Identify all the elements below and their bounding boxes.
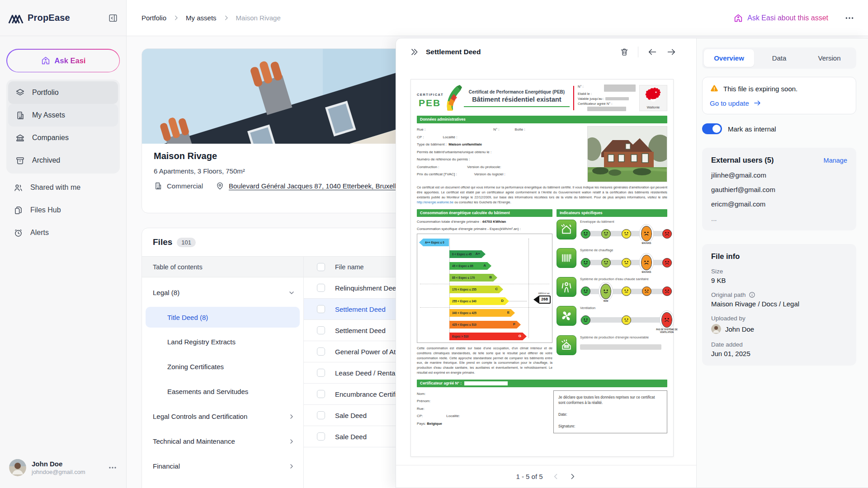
- next-file-arrow-icon[interactable]: [666, 47, 676, 57]
- pagination-label: 1 - 5 of 5: [516, 473, 542, 480]
- warning-icon: [710, 84, 719, 93]
- toc-item-legal[interactable]: Legal (8): [142, 280, 303, 305]
- pagination-next-icon[interactable]: [569, 473, 576, 480]
- mark-internal-toggle[interactable]: [702, 123, 722, 134]
- sidebar-item-shared-with-me[interactable]: Shared with me: [6, 176, 120, 199]
- doc-section-consumption: Consommation énergétique calculée du bât…: [417, 209, 552, 217]
- collapse-sidebar-icon[interactable]: [108, 13, 118, 23]
- building-small-icon: [154, 182, 162, 190]
- profile-more-icon[interactable]: [108, 463, 117, 472]
- doc-section-indicators: Indicateurs spécifiques: [557, 209, 667, 217]
- row-checkbox[interactable]: [317, 411, 325, 419]
- sidebar-item-label: Portfolio: [32, 89, 59, 97]
- tab-data[interactable]: Data: [754, 49, 804, 67]
- shower-icon: [557, 277, 576, 297]
- toc-item-zoning[interactable]: Zoning Certificates: [142, 354, 303, 379]
- ask-easi-button[interactable]: Ask Easi: [6, 49, 120, 72]
- sidebar-item-my-assets[interactable]: My Assets: [8, 104, 118, 127]
- certificat-peb-logo: CERTIFICAT PEB: [417, 84, 460, 112]
- breadcrumb-portfolio[interactable]: Portfolio: [142, 14, 166, 22]
- go-to-update-link[interactable]: Go to update: [710, 99, 849, 107]
- arrow-right-icon: [753, 99, 761, 107]
- map-pin-icon: [216, 182, 224, 190]
- path-label: Original path: [711, 291, 746, 298]
- top-bar: Portfolio My assets Maison Rivage Ask Ea…: [127, 0, 868, 36]
- sidebar-item-companies[interactable]: Companies: [8, 127, 118, 149]
- toc-item-land-registry[interactable]: Land Registry Extracts: [142, 329, 303, 354]
- tab-overview[interactable]: Overview: [704, 49, 754, 67]
- file-preview-drawer: Settlement Deed CERTIFICAT PEB: [396, 38, 868, 488]
- external-user-email: jilinhe@gmail.com: [711, 171, 847, 179]
- tab-version[interactable]: Version: [804, 49, 854, 67]
- profile-name: John Doe: [32, 460, 85, 469]
- pagination-prev-icon[interactable]: [552, 473, 560, 480]
- doc-declaration-box: Je déclare que toutes les données repris…: [553, 390, 667, 434]
- select-all-checkbox[interactable]: [317, 263, 325, 271]
- preview-title: Settlement Deed: [426, 48, 481, 56]
- toc-item-easements[interactable]: Easements and Servitudes: [142, 379, 303, 404]
- ask-easi-asset-label: Ask Easi about this asset: [747, 14, 828, 22]
- sidebar-item-files-hub[interactable]: Files Hub: [6, 199, 120, 221]
- row-checkbox[interactable]: [317, 305, 325, 313]
- redacted-bar: [580, 344, 661, 350]
- file-name-header: File name: [335, 263, 364, 271]
- sidebar-item-label: My Assets: [32, 111, 65, 119]
- external-user-email: ericm@gmail.com: [711, 200, 847, 208]
- trash-icon[interactable]: [620, 47, 629, 56]
- sidebar-item-alerts[interactable]: Alerts: [6, 221, 120, 244]
- peb-certificate-document: CERTIFICAT PEB Certificat de Performance…: [410, 79, 674, 457]
- ask-easi-asset-button[interactable]: Ask Easi about this asset: [733, 13, 828, 23]
- toc-item-legal-controls[interactable]: Legal Controls and Certification: [142, 404, 303, 429]
- doc-section-admin: Données administratives: [417, 116, 667, 123]
- collapse-preview-icon[interactable]: [410, 47, 419, 56]
- row-checkbox[interactable]: [317, 390, 325, 398]
- table-of-contents: Table of contents Legal (8) Title Deed (…: [142, 256, 304, 488]
- size-value: 9 KB: [711, 277, 847, 284]
- chevron-right-icon: [288, 438, 295, 445]
- date-added-label: Date added: [711, 341, 847, 348]
- row-checkbox[interactable]: [317, 432, 325, 441]
- sidebar-nav-secondary: Shared with me Files Hub Alerts: [6, 176, 120, 244]
- layers-icon: [15, 88, 25, 98]
- previous-file-arrow-icon[interactable]: [647, 47, 657, 57]
- bank-icon: [15, 133, 25, 143]
- toc-item-financial[interactable]: Financial: [142, 454, 303, 479]
- more-options-icon[interactable]: [844, 13, 854, 23]
- uploader-name: John Doe: [725, 325, 754, 333]
- doc-section-certifier: Certificateur agréé N° :: [417, 380, 667, 387]
- propease-logo-icon: [8, 12, 24, 24]
- sidebar-item-archived[interactable]: Archived: [8, 149, 118, 172]
- people-icon: [14, 183, 23, 192]
- row-checkbox[interactable]: [317, 369, 325, 377]
- user-profile[interactable]: John Doe johndoe@gmail.com: [6, 455, 120, 480]
- row-checkbox[interactable]: [317, 347, 325, 356]
- sidebar-item-label: Archived: [32, 156, 60, 164]
- path-value: Maison Rivage / Docs / Legal: [711, 300, 847, 308]
- asset-address-link[interactable]: Boulevard Général Jacques 87, 1040 Etter…: [229, 182, 403, 190]
- toc-item-title-deed[interactable]: Title Deed (8): [146, 307, 300, 328]
- sidebar-item-portfolio[interactable]: Portfolio: [8, 81, 118, 104]
- date-added-value: Jun 01, 2025: [711, 350, 847, 357]
- radiator-icon: [557, 248, 576, 268]
- indicator-heating: Système de chauffage MAUVAIS: [557, 248, 667, 271]
- uploaded-by-label: Uploaded by: [711, 315, 847, 322]
- toc-item-technical[interactable]: Technical and Maintenance: [142, 429, 303, 454]
- doc-consumption-note: Cette consommation est établie sur base …: [417, 346, 552, 375]
- asset-type: Commercial: [167, 182, 203, 190]
- sidebar-item-label: Alerts: [30, 229, 49, 237]
- row-checkbox[interactable]: [317, 326, 325, 334]
- chevron-right-icon: [288, 413, 295, 420]
- info-icon[interactable]: [749, 291, 755, 298]
- document-preview-panel: Settlement Deed CERTIFICAT PEB: [396, 38, 697, 488]
- chevron-right-icon: [223, 14, 230, 21]
- documents-icon: [14, 206, 23, 215]
- sidebar: PropEase Ask Easi Portfolio My Assets Co…: [0, 0, 127, 488]
- row-checkbox[interactable]: [317, 284, 325, 292]
- breadcrumb-my-assets[interactable]: My assets: [186, 14, 217, 22]
- ask-easi-label: Ask Easi: [55, 56, 86, 65]
- app-name: PropEase: [28, 13, 70, 23]
- manage-users-link[interactable]: Manage: [824, 157, 847, 164]
- more-users-ellipsis: ...: [711, 215, 847, 222]
- sidebar-header: PropEase: [0, 0, 126, 36]
- expiry-warning-card: This file is expiring soon. Go to update: [702, 77, 856, 114]
